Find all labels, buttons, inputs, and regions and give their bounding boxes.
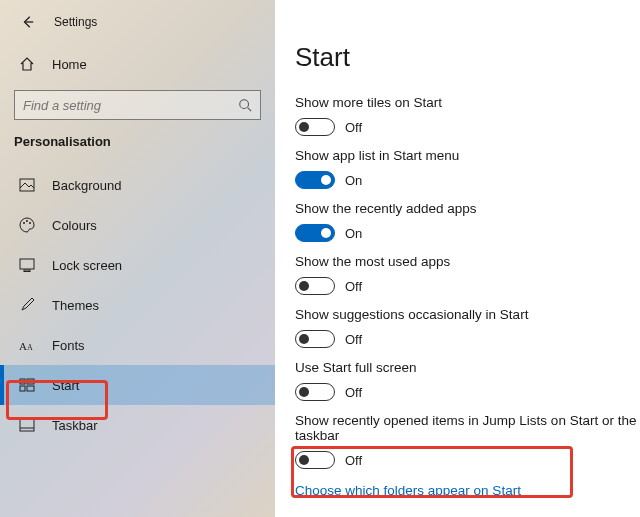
svg-point-5 [26,220,28,222]
sidebar-item-background[interactable]: Background [0,165,275,205]
sidebar-item-label: Lock screen [52,258,122,273]
setting-recent-items: Show recently opened items in Jump Lists… [295,413,640,469]
brush-icon [18,297,36,313]
svg-point-6 [29,222,31,224]
setting-label: Use Start full screen [295,360,640,375]
sidebar-list: Background Colours Lock screen Themes AA… [0,165,275,445]
svg-text:A: A [27,343,33,352]
setting-recently-added: Show the recently added apps On [295,201,640,242]
svg-rect-14 [27,386,34,391]
sidebar-home-label: Home [52,57,87,72]
svg-rect-13 [20,386,25,391]
toggle-state: On [345,226,362,241]
setting-more-tiles: Show more tiles on Start Off [295,95,640,136]
sidebar-item-taskbar[interactable]: Taskbar [0,405,275,445]
sidebar-item-start[interactable]: Start [0,365,275,405]
toggle-state: Off [345,120,362,135]
search-input[interactable] [23,98,238,113]
svg-rect-15 [20,419,34,431]
sidebar-item-fonts[interactable]: AA Fonts [0,325,275,365]
sidebar-item-label: Fonts [52,338,85,353]
taskbar-icon [18,418,36,432]
arrow-left-icon [21,15,35,29]
setting-label: Show recently opened items in Jump Lists… [295,413,640,443]
svg-rect-12 [27,379,34,384]
toggle-suggestions[interactable] [295,330,335,348]
toggle-state: Off [345,332,362,347]
sidebar-item-label: Start [52,378,79,393]
svg-point-4 [23,222,25,224]
toggle-state: Off [345,279,362,294]
search-box[interactable] [14,90,261,120]
toggle-full-screen[interactable] [295,383,335,401]
svg-point-1 [240,100,249,109]
palette-icon [18,217,36,233]
sidebar-category: Personalisation [0,134,275,159]
setting-suggestions: Show suggestions occasionally in Start O… [295,307,640,348]
sidebar-item-label: Themes [52,298,99,313]
svg-rect-8 [24,270,30,272]
svg-rect-11 [20,379,25,384]
setting-label: Show the most used apps [295,254,640,269]
sidebar-item-lock-screen[interactable]: Lock screen [0,245,275,285]
sidebar-home[interactable]: Home [0,46,275,82]
toggle-recent-items[interactable] [295,451,335,469]
setting-label: Show app list in Start menu [295,148,640,163]
page-title: Start [295,42,640,73]
toggle-state: On [345,173,362,188]
sidebar-item-colours[interactable]: Colours [0,205,275,245]
search-icon [238,98,252,112]
start-icon [18,378,36,392]
window-title: Settings [54,15,97,29]
setting-label: Show the recently added apps [295,201,640,216]
toggle-recently-added[interactable] [295,224,335,242]
sidebar: Settings Home Personalisation Background… [0,0,275,517]
sidebar-item-label: Taskbar [52,418,98,433]
setting-label: Show suggestions occasionally in Start [295,307,640,322]
setting-label: Show more tiles on Start [295,95,640,110]
sidebar-item-themes[interactable]: Themes [0,285,275,325]
toggle-most-used[interactable] [295,277,335,295]
toggle-more-tiles[interactable] [295,118,335,136]
font-icon: AA [18,338,36,352]
home-icon [18,56,36,72]
svg-text:A: A [19,340,27,352]
sidebar-item-label: Background [52,178,121,193]
picture-icon [18,178,36,192]
setting-full-screen: Use Start full screen Off [295,360,640,401]
sidebar-item-label: Colours [52,218,97,233]
main-panel: Start Show more tiles on Start Off Show … [275,0,640,517]
link-choose-folders[interactable]: Choose which folders appear on Start [295,483,521,498]
setting-app-list: Show app list in Start menu On [295,148,640,189]
toggle-app-list[interactable] [295,171,335,189]
toggle-state: Off [345,385,362,400]
setting-most-used: Show the most used apps Off [295,254,640,295]
svg-line-2 [248,108,252,112]
back-button[interactable] [18,12,38,32]
toggle-state: Off [345,453,362,468]
lock-screen-icon [18,258,36,272]
svg-rect-7 [20,259,34,269]
